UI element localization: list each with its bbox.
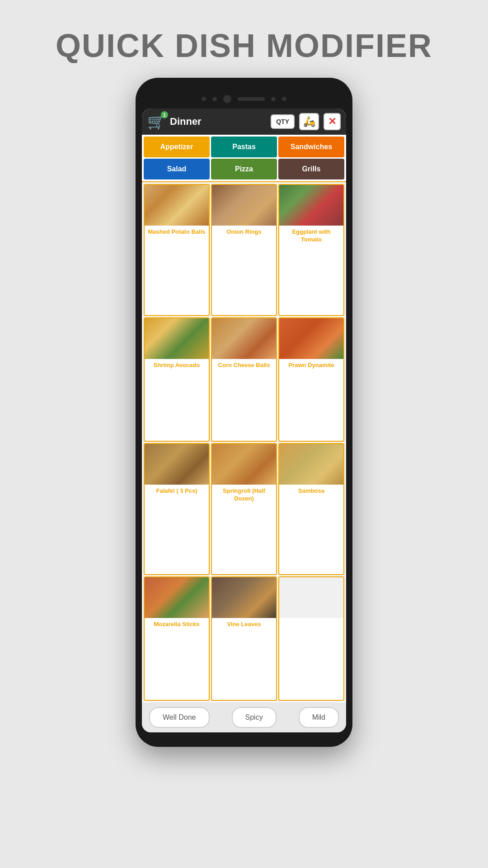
- food-name-mashed-potato: Mashed Potato Balls: [145, 226, 209, 239]
- food-image-sambosa: [279, 444, 343, 485]
- phone-mockup: 🛒 1 Dinner QTY 🛵 ✕ Appetizer Pastas Sand…: [136, 78, 352, 747]
- bottom-bar: Well DoneSpicyMild: [142, 703, 346, 732]
- food-item-springroll[interactable]: Springroll (Half Dozen): [211, 443, 277, 575]
- food-name-sambosa: Sambosa: [279, 485, 343, 498]
- phone-dot: [212, 97, 217, 101]
- food-name-onion-rings: Onion Rings: [212, 226, 276, 239]
- food-image-springroll: [212, 444, 276, 485]
- food-item-mashed-potato[interactable]: Mashed Potato Balls: [144, 184, 210, 316]
- food-item-onion-rings[interactable]: Onion Rings: [211, 184, 277, 316]
- phone-camera: [223, 95, 231, 103]
- food-name-corn-cheese: Corn Cheese Balls: [212, 359, 276, 372]
- category-pastas[interactable]: Pastas: [211, 137, 277, 157]
- food-image-shrimp: [145, 318, 209, 359]
- phone-top-bar: [142, 91, 346, 108]
- food-item-empty[interactable]: [278, 576, 344, 701]
- well-done-button[interactable]: Well Done: [149, 707, 210, 728]
- category-pizza[interactable]: Pizza: [211, 159, 277, 179]
- qty-button[interactable]: QTY: [271, 114, 295, 129]
- cart-badge: 1: [161, 111, 168, 118]
- phone-screen: 🛒 1 Dinner QTY 🛵 ✕ Appetizer Pastas Sand…: [142, 108, 346, 732]
- phone-dot: [202, 97, 206, 101]
- mild-button[interactable]: Mild: [299, 707, 339, 728]
- food-item-vine[interactable]: Vine Leaves: [211, 576, 277, 701]
- category-salad[interactable]: Salad: [144, 159, 210, 179]
- close-icon: ✕: [328, 116, 336, 127]
- food-image-mozarella: [145, 577, 209, 618]
- food-name-vine: Vine Leaves: [212, 618, 276, 631]
- phone-speaker: [238, 97, 265, 101]
- food-item-falafel[interactable]: Falafel ( 3 Pcs): [144, 443, 210, 575]
- header-title: Dinner: [170, 116, 266, 127]
- food-item-mozarella[interactable]: Mozarella Sticks: [144, 576, 210, 701]
- spicy-button[interactable]: Spicy: [232, 707, 277, 728]
- page-title: QUICK DISH MODIFIER: [56, 27, 432, 64]
- close-button[interactable]: ✕: [324, 113, 341, 130]
- food-item-shrimp[interactable]: Shrimp Avocado: [144, 317, 210, 442]
- food-name-mozarella: Mozarella Sticks: [145, 618, 209, 631]
- category-grills[interactable]: Grills: [278, 159, 344, 179]
- food-name-prawn: Prawn Dynamite: [279, 359, 343, 372]
- category-sandwiches[interactable]: Sandwiches: [278, 137, 344, 157]
- food-item-prawn[interactable]: Prawn Dynamite: [278, 317, 344, 442]
- food-name-empty: [279, 618, 343, 623]
- food-image-mashed-potato: [145, 185, 209, 226]
- food-item-corn-cheese[interactable]: Corn Cheese Balls: [211, 317, 277, 442]
- delivery-icon: 🛵: [303, 116, 315, 127]
- food-image-onion-rings: [212, 185, 276, 226]
- cart-icon-wrapper[interactable]: 🛒 1: [147, 113, 165, 130]
- food-image-corn-cheese: [212, 318, 276, 359]
- delivery-button[interactable]: 🛵: [299, 113, 319, 130]
- food-name-shrimp: Shrimp Avocado: [145, 359, 209, 372]
- category-grid: Appetizer Pastas Sandwiches Salad Pizza …: [142, 135, 346, 182]
- food-grid: Mashed Potato BallsOnion RingsEggplant w…: [142, 182, 346, 703]
- food-item-eggplant[interactable]: Eggplant with Tomato: [278, 184, 344, 316]
- food-image-vine: [212, 577, 276, 618]
- food-image-eggplant: [279, 185, 343, 226]
- food-image-empty: [279, 577, 343, 618]
- food-name-eggplant: Eggplant with Tomato: [279, 226, 343, 246]
- food-item-sambosa[interactable]: Sambosa: [278, 443, 344, 575]
- phone-dot: [271, 97, 276, 101]
- category-appetizer[interactable]: Appetizer: [144, 137, 210, 157]
- food-image-falafel: [145, 444, 209, 485]
- food-image-prawn: [279, 318, 343, 359]
- food-name-springroll: Springroll (Half Dozen): [212, 485, 276, 505]
- phone-dot: [282, 97, 286, 101]
- food-name-falafel: Falafel ( 3 Pcs): [145, 485, 209, 498]
- app-header: 🛒 1 Dinner QTY 🛵 ✕: [142, 108, 346, 135]
